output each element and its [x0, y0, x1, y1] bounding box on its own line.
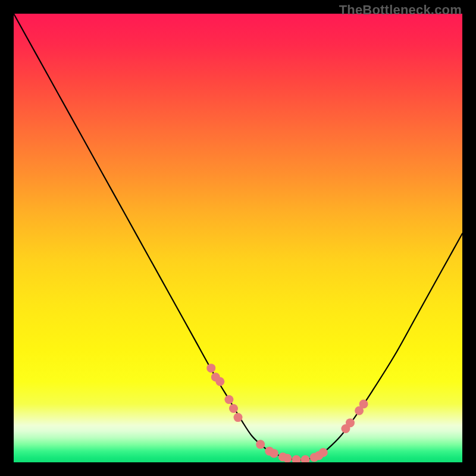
highlight-dot: [270, 449, 278, 458]
watermark-label: TheBottleneck.com: [339, 2, 462, 18]
gradient-background: [14, 14, 462, 462]
highlight-dot: [256, 440, 265, 449]
highlight-dot: [319, 448, 328, 457]
highlight-dot: [229, 404, 238, 413]
bottleneck-chart: [14, 14, 462, 462]
highlight-dot: [215, 377, 224, 386]
highlight-dot: [206, 364, 215, 372]
highlight-dot: [234, 413, 243, 422]
chart-stage: TheBottleneck.com: [0, 0, 476, 476]
highlight-dot: [359, 399, 368, 408]
highlight-dot: [346, 418, 355, 427]
highlight-dot: [224, 395, 233, 404]
chart-plot-area: [14, 14, 462, 462]
